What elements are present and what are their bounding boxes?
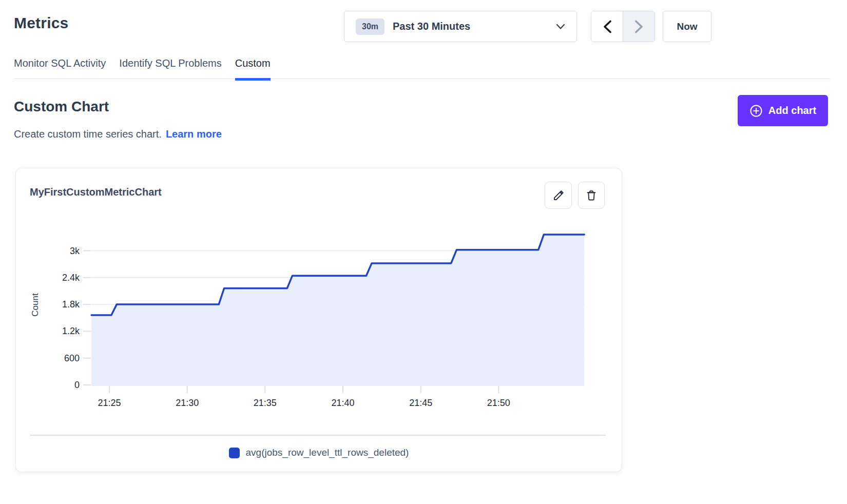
section-description: Create custom time series chart.Learn mo… (14, 128, 222, 140)
y-tick-label: 0 (36, 378, 80, 392)
chevron-down-icon (556, 24, 565, 30)
delete-chart-button[interactable] (578, 182, 605, 209)
chart-legend: avg(jobs_row_level_ttl_rows_deleted) (15, 447, 622, 458)
chevron-right-icon (634, 20, 644, 33)
previous-time-window-button[interactable] (591, 11, 623, 42)
y-tick-label: 3k (36, 244, 80, 258)
custom-chart-plot[interactable] (82, 218, 593, 395)
time-range-label: Past 30 Minutes (393, 21, 470, 32)
learn-more-link[interactable]: Learn more (166, 128, 222, 140)
y-tick-label: 1.8k (36, 298, 80, 311)
x-tick-label: 21:45 (398, 396, 444, 410)
section-description-text: Create custom time series chart. (14, 128, 162, 140)
page-title: Metrics (14, 14, 68, 32)
x-tick-label: 21:40 (320, 396, 366, 410)
plus-circle-icon (749, 104, 763, 118)
time-range-shortcut-badge: 30m (356, 18, 384, 35)
chevron-left-icon (603, 20, 612, 33)
tab-monitor-sql-activity[interactable]: Monitor SQL Activity (14, 53, 106, 81)
x-tick-label: 21:30 (164, 396, 210, 410)
tab-bar: Monitor SQL Activity Identify SQL Proble… (14, 53, 271, 81)
time-range-selector[interactable]: 30m Past 30 Minutes (344, 11, 577, 42)
legend-divider (30, 435, 606, 436)
series-area-fill (91, 235, 584, 386)
x-tick-label: 21:35 (242, 396, 288, 410)
time-window-pager (591, 11, 655, 42)
add-chart-button-label: Add chart (768, 105, 816, 117)
section-title: Custom Chart (14, 99, 109, 115)
x-tick-label: 21:50 (475, 396, 522, 410)
y-tick-label: 1.2k (36, 324, 80, 338)
tab-identify-sql-problems[interactable]: Identify SQL Problems (119, 53, 221, 81)
y-tick-label: 600 (36, 352, 80, 365)
legend-swatch (229, 448, 240, 458)
y-tick-label: 2.4k (36, 271, 80, 284)
next-time-window-button[interactable] (623, 11, 654, 42)
add-chart-button[interactable]: Add chart (738, 95, 828, 126)
now-button[interactable]: Now (663, 11, 711, 42)
legend-series-label: avg(jobs_row_level_ttl_rows_deleted) (246, 447, 409, 458)
tab-custom[interactable]: Custom (235, 53, 271, 81)
pencil-icon (552, 189, 565, 202)
x-tick-label: 21:25 (86, 396, 132, 410)
trash-icon (585, 189, 598, 202)
chart-title: MyFirstCustomMetricChart (30, 186, 162, 198)
edit-chart-button[interactable] (545, 182, 572, 209)
metrics-page: Metrics 30m Past 30 Minutes Now Monitor … (0, 0, 847, 504)
